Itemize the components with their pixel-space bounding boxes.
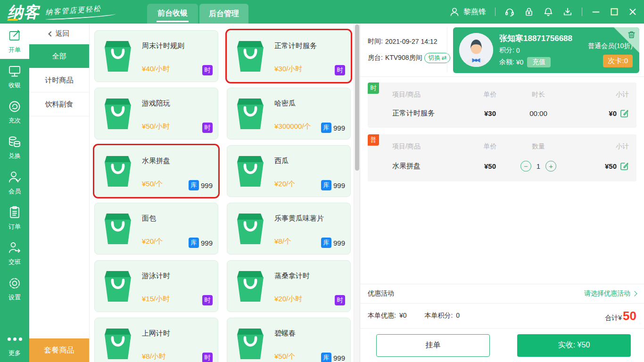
close-icon[interactable] xyxy=(628,7,637,16)
bell-icon[interactable] xyxy=(543,7,553,17)
edit-price-icon[interactable] xyxy=(620,109,629,118)
shopping-bag-icon xyxy=(235,268,266,303)
recharge-times-icon xyxy=(8,99,22,114)
col-header-mid: 时长 xyxy=(512,90,564,99)
select-promo-link[interactable]: 请选择优惠活动 xyxy=(584,289,636,298)
category-all[interactable]: 全部 xyxy=(29,44,89,68)
shopping-bag-icon xyxy=(102,153,133,188)
product-price: ¥300000/个 xyxy=(274,122,311,131)
decrease-quantity-button[interactable]: − xyxy=(520,161,531,172)
sidebar-item-shift[interactable]: 交班 xyxy=(0,236,29,271)
sidebar-item-exchange[interactable]: 兑换 xyxy=(0,130,29,165)
product-card[interactable]: 西瓜 ¥20/个 库 999 xyxy=(227,145,351,197)
product-price: ¥50/小时 xyxy=(142,122,170,131)
product-name: 碧螺春 xyxy=(274,329,296,338)
balance-label: 余额: xyxy=(499,58,514,66)
svg-text:¥: ¥ xyxy=(13,67,17,73)
edit-price-icon[interactable] xyxy=(620,162,629,171)
sidebar-item-more[interactable]: 更多 xyxy=(0,327,29,362)
product-type-badge: 时 xyxy=(202,123,213,133)
product-stock-count: 999 xyxy=(333,124,345,132)
sidebar-item-settings[interactable]: 设置 xyxy=(0,271,29,306)
product-name: 乐事黄瓜味薯片 xyxy=(274,214,324,223)
order-points-label: 本单积分: xyxy=(424,312,453,320)
product-price: ¥20/个 xyxy=(142,237,163,246)
product-type-badge: 库 xyxy=(321,123,331,133)
divider xyxy=(495,8,495,16)
order-item-price: ¥50 xyxy=(468,162,512,170)
user-icon xyxy=(449,7,460,17)
headset-icon[interactable] xyxy=(504,7,515,17)
category-timed-goods[interactable]: 计时商品 xyxy=(29,68,89,92)
room-value: KTV908房间 xyxy=(385,54,422,62)
session-info: 时间: 2021-09-27 14:12 房台: KTV908房间 切换 ⇄ xyxy=(360,24,644,77)
product-scrollbar[interactable] xyxy=(354,24,360,362)
product-card[interactable]: 哈密瓜 ¥300000/个 库 999 xyxy=(227,88,351,140)
product-name: 游泳计时 xyxy=(142,272,170,280)
maximize-icon[interactable] xyxy=(610,7,619,16)
category-panel: 返回 全部 计时商品 饮料副食 套餐商品 xyxy=(29,24,90,362)
tab-front-cashier[interactable]: 前台收银 xyxy=(147,4,198,24)
product-type-badge: 时 xyxy=(335,65,345,75)
package-goods-button[interactable]: 套餐商品 xyxy=(29,338,89,362)
product-price: ¥20/小时 xyxy=(274,295,302,304)
increase-quantity-button[interactable]: + xyxy=(545,161,556,172)
trash-icon[interactable] xyxy=(627,31,636,39)
product-stock-count: 999 xyxy=(201,181,213,189)
product-name: 上网计时 xyxy=(142,329,170,338)
edit-order-icon xyxy=(8,29,22,43)
shift-icon xyxy=(8,241,22,255)
order-item-mid-cell: − 1 + xyxy=(512,161,564,172)
product-card[interactable]: 周末计时规则 ¥40/小时 时 xyxy=(94,30,218,82)
col-header-price: 单价 xyxy=(468,90,512,99)
product-card[interactable]: 上网计时 ¥8/小时 时 xyxy=(94,318,218,362)
member-info: 张知寒18871756688 积分: 0 余额: ¥0 充值 xyxy=(499,33,588,67)
main-tabs: 前台收银 后台管理 xyxy=(147,0,248,24)
scrollbar-thumb[interactable] xyxy=(355,25,359,171)
product-name: 周末计时规则 xyxy=(142,41,184,50)
product-card[interactable]: 面包 ¥20/个 库 999 xyxy=(94,203,218,255)
times-card-button[interactable]: 次卡:0 xyxy=(603,55,633,67)
sidebar-item-recharge-times[interactable]: 充次 xyxy=(0,94,29,130)
member-card: 张知寒18871756688 积分: 0 余额: ¥0 充值 普通会员(10折)… xyxy=(453,27,639,73)
pay-button[interactable]: 实收: ¥50 xyxy=(517,334,631,357)
product-card[interactable]: 碧螺春 ¥50/个 库 999 xyxy=(227,318,351,362)
recharge-button[interactable]: 充值 xyxy=(527,57,551,67)
back-button[interactable]: 返回 xyxy=(29,24,89,44)
product-card[interactable]: 水果拼盘 ¥50/个 库 999 xyxy=(94,145,218,197)
col-header-subtotal: 小计 xyxy=(564,90,629,99)
sidebar-item-cashier[interactable]: ¥ 收银 xyxy=(0,59,29,94)
product-card[interactable]: 游泳计时 ¥15/小时 时 xyxy=(94,260,218,312)
sidebar-item-open-order[interactable]: 开单 xyxy=(0,24,29,59)
lock-icon[interactable] xyxy=(524,7,534,17)
order-total: 合计¥ 50 xyxy=(605,310,636,322)
product-badge-group: 库 999 xyxy=(321,238,345,248)
order-discount-value: ¥0 xyxy=(399,312,407,320)
hold-order-button[interactable]: 挂单 xyxy=(376,334,490,357)
main-sidebar: 开单 ¥ 收银 充次 兑换 会员 xyxy=(0,24,29,362)
product-price: ¥40/小时 xyxy=(142,65,170,74)
current-user[interactable]: 黎燕锋 xyxy=(449,7,486,17)
product-name: 正常计时服务 xyxy=(274,41,317,50)
product-price: ¥8/小时 xyxy=(142,352,166,361)
product-card[interactable]: 正常计时服务 ¥30/小时 时 xyxy=(227,30,351,82)
product-price: ¥15/小时 xyxy=(142,295,170,304)
product-type-badge: 时 xyxy=(202,295,213,305)
product-card[interactable]: 游戏陪玩 ¥50/小时 时 xyxy=(94,88,218,140)
minimize-icon[interactable] xyxy=(591,7,601,16)
sidebar-item-orders[interactable]: 订单 xyxy=(0,200,29,236)
product-price: ¥30/小时 xyxy=(274,65,302,74)
category-drinks-food[interactable]: 饮料副食 xyxy=(29,92,89,116)
product-card[interactable]: 蒸桑拿计时 ¥20/小时 时 xyxy=(227,260,351,312)
total-prefix: 合计¥ xyxy=(605,314,622,322)
shopping-bag-icon xyxy=(102,38,133,73)
product-badge-group: 时 xyxy=(202,65,213,75)
shopping-bag-icon xyxy=(102,95,133,130)
download-icon[interactable] xyxy=(562,7,573,17)
tab-back-manage[interactable]: 后台管理 xyxy=(199,4,248,24)
col-header-price: 单价 xyxy=(468,142,512,151)
quantity-stepper: − 1 + xyxy=(512,161,564,172)
product-card[interactable]: 乐事黄瓜味薯片 ¥8/个 库 999 xyxy=(227,203,351,255)
sidebar-item-member[interactable]: 会员 xyxy=(0,165,29,200)
order-discount-label: 本单优惠: xyxy=(368,312,396,320)
